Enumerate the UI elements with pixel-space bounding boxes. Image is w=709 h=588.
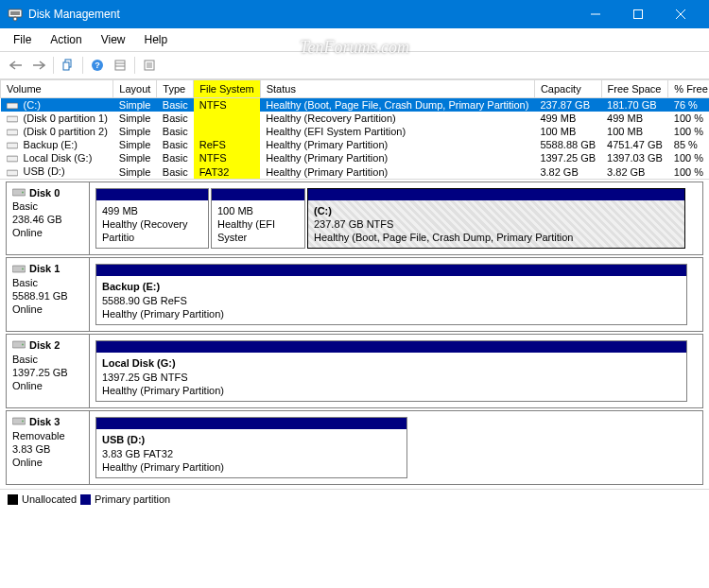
svg-point-37 bbox=[22, 421, 24, 423]
svg-rect-23 bbox=[8, 130, 17, 134]
svg-rect-27 bbox=[8, 157, 17, 161]
close-button[interactable] bbox=[659, 0, 701, 28]
help-button[interactable]: ? bbox=[87, 55, 108, 76]
unallocated-swatch bbox=[8, 494, 18, 505]
col-header[interactable]: Free Space bbox=[601, 80, 668, 98]
col-header[interactable]: % Free bbox=[668, 80, 709, 98]
minimize-button[interactable] bbox=[574, 0, 616, 28]
svg-point-2 bbox=[13, 17, 17, 21]
partition[interactable]: 100 MBHealthy (EFI Syster bbox=[211, 188, 305, 250]
svg-rect-8 bbox=[63, 62, 69, 70]
legend-primary: Primary partition bbox=[95, 493, 170, 505]
col-header[interactable]: Capacity bbox=[534, 80, 601, 98]
window-title: Disk Management bbox=[28, 8, 574, 21]
volume-row[interactable]: Backup (E:)SimpleBasicReFSHealthy (Prima… bbox=[1, 138, 710, 151]
menu-bar: FileActionViewHelp bbox=[0, 28, 709, 52]
refresh-button[interactable] bbox=[58, 55, 78, 76]
col-header[interactable]: Volume bbox=[1, 80, 113, 98]
svg-rect-21 bbox=[8, 117, 17, 121]
col-header[interactable]: Layout bbox=[113, 80, 157, 98]
volume-row[interactable]: (Disk 0 partition 1)SimpleBasicHealthy (… bbox=[1, 112, 710, 125]
svg-rect-11 bbox=[115, 61, 125, 70]
maximize-button[interactable] bbox=[616, 0, 659, 28]
disk-row: Disk 1Basic5588.91 GBOnlineBackup (E:)55… bbox=[6, 257, 703, 332]
menu-file[interactable]: File bbox=[4, 30, 41, 49]
partition[interactable]: 499 MBHealthy (Recovery Partitio bbox=[95, 188, 209, 250]
svg-rect-29 bbox=[8, 171, 17, 175]
separator bbox=[134, 57, 135, 74]
partition[interactable]: (C:)237.87 GB NTFSHealthy (Boot, Page Fi… bbox=[307, 188, 685, 250]
volume-row[interactable]: USB (D:)SimpleBasicFAT32Healthy (Primary… bbox=[1, 164, 710, 178]
separator bbox=[82, 57, 83, 74]
disk-graphical-view: Disk 0Basic238.46 GBOnline499 MBHealthy … bbox=[0, 179, 709, 490]
list-button[interactable] bbox=[139, 55, 160, 76]
settings-button[interactable] bbox=[110, 55, 130, 76]
menu-view[interactable]: View bbox=[92, 30, 135, 49]
back-button[interactable] bbox=[6, 55, 26, 76]
menu-action[interactable]: Action bbox=[41, 30, 91, 49]
toolbar: ? bbox=[0, 52, 709, 79]
volume-row[interactable]: (Disk 0 partition 2)SimpleBasicHealthy (… bbox=[1, 125, 710, 138]
svg-point-35 bbox=[22, 344, 24, 346]
disk-header[interactable]: Disk 2Basic1397.25 GBOnline bbox=[7, 335, 90, 407]
col-header[interactable]: File System bbox=[194, 80, 260, 98]
forward-button[interactable] bbox=[28, 55, 49, 76]
legend: Unallocated Primary partition bbox=[0, 489, 709, 509]
menu-help[interactable]: Help bbox=[135, 30, 178, 49]
primary-swatch bbox=[80, 494, 91, 505]
col-header[interactable]: Status bbox=[260, 80, 534, 98]
disk-header[interactable]: Disk 0Basic238.46 GBOnline bbox=[7, 182, 90, 255]
svg-rect-19 bbox=[8, 104, 17, 108]
svg-rect-25 bbox=[8, 144, 17, 147]
volumes-table[interactable]: VolumeLayoutTypeFile SystemStatusCapacit… bbox=[0, 79, 709, 179]
partition[interactable]: USB (D:)3.83 GB FAT32Healthy (Primary Pa… bbox=[95, 417, 407, 478]
legend-unallocated: Unallocated bbox=[22, 493, 77, 505]
separator bbox=[53, 57, 54, 74]
partition[interactable]: Local Disk (G:)1397.25 GB NTFSHealthy (P… bbox=[95, 340, 687, 402]
volume-row[interactable]: (C:)SimpleBasicNTFSHealthy (Boot, Page F… bbox=[1, 98, 710, 112]
title-bar: Disk Management bbox=[0, 0, 709, 28]
disk-row: Disk 3Removable3.83 GBOnlineUSB (D:)3.83… bbox=[6, 410, 703, 485]
svg-text:?: ? bbox=[95, 61, 100, 70]
svg-rect-1 bbox=[10, 11, 20, 15]
col-header[interactable]: Type bbox=[157, 80, 194, 98]
partition[interactable]: Backup (E:)5588.90 GB ReFSHealthy (Prima… bbox=[95, 264, 687, 325]
svg-point-33 bbox=[22, 268, 24, 269]
volume-row[interactable]: Local Disk (G:)SimpleBasicNTFSHealthy (P… bbox=[1, 151, 710, 164]
app-icon bbox=[8, 7, 23, 22]
svg-rect-4 bbox=[633, 10, 642, 19]
disk-row: Disk 0Basic238.46 GBOnline499 MBHealthy … bbox=[6, 182, 703, 256]
disk-row: Disk 2Basic1397.25 GBOnlineLocal Disk (G… bbox=[6, 334, 703, 408]
disk-header[interactable]: Disk 3Removable3.83 GBOnline bbox=[7, 411, 90, 484]
svg-point-31 bbox=[22, 191, 24, 193]
disk-header[interactable]: Disk 1Basic5588.91 GBOnline bbox=[7, 258, 90, 331]
